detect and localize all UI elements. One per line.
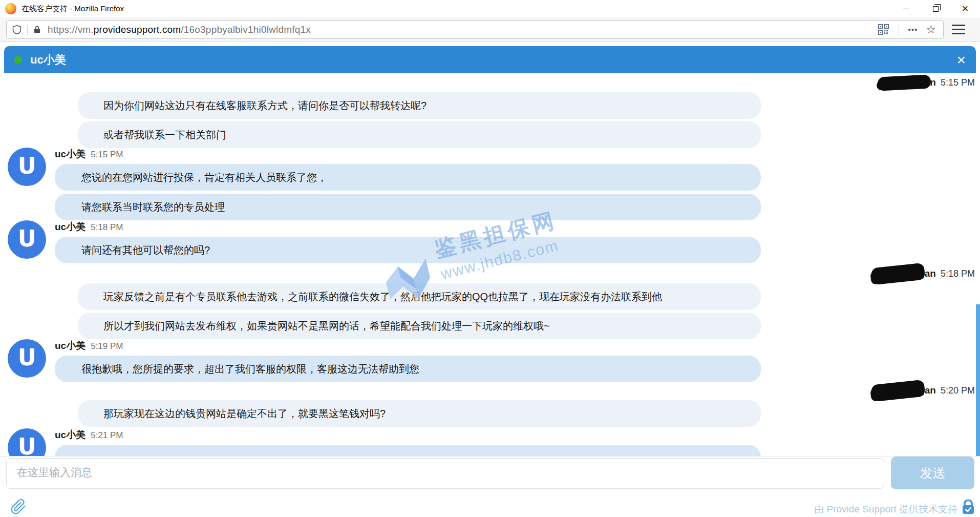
chat-message-group: Uuc小美5:19 PM很抱歉哦，您所提的要求，超出了我们客服的权限，客服这边无… (0, 339, 980, 382)
agent-name: uc小美 (55, 148, 86, 161)
redaction-scribble (871, 262, 926, 285)
message-timestamp: 5:18 PM (91, 222, 123, 233)
powered-by-label: 由 Provide Support 提供技术支持 (814, 503, 957, 516)
message-timestamp: 5:15 PM (91, 150, 123, 160)
shield-icon[interactable] (12, 24, 22, 35)
chat-message-area: an5:15 PM因为你们网站这边只有在线客服联系方式，请问你是否可以帮我转达呢… (0, 73, 980, 456)
online-status-dot (14, 56, 22, 64)
agent-message-bubble (55, 445, 761, 456)
agent-name: uc小美 (55, 220, 86, 234)
visitor-message-bubble: 或者帮我联系一下相关部门 (78, 121, 761, 148)
window-title: 在线客户支持 - Mozilla Firefox (22, 4, 124, 14)
chat-message-group: an5:15 PM因为你们网站这边只有在线客服联系方式，请问你是否可以帮我转达呢… (0, 75, 980, 148)
agent-avatar: U (8, 339, 46, 378)
message-timestamp: 5:18 PM (941, 268, 975, 279)
scrollbar-thumb[interactable] (976, 304, 980, 456)
chat-message-group: gan5:20 PM那玩家现在这边的钱贵网站是确定不出了，就要黑这笔钱对吗? (0, 383, 980, 427)
agent-avatar-letter: U (18, 153, 36, 179)
message-input[interactable] (6, 458, 884, 489)
visitor-message-bubble: 所以才到我们网站去发布维权，如果贵网站不是黑网的话，希望能配合我们处理一下玩家的… (78, 313, 761, 339)
secure-lock-icon (962, 500, 975, 515)
lock-icon[interactable] (33, 25, 41, 35)
agent-meta: uc小美5:19 PM (0, 339, 980, 353)
visitor-meta: gan5:20 PM (0, 383, 980, 398)
qr-code-icon[interactable] (878, 24, 889, 35)
agent-avatar-letter: U (18, 433, 36, 456)
url-bar[interactable]: https://vm.providesupport.com/16o3ppbyal… (6, 20, 944, 39)
url-domain: providesupport.com (94, 24, 181, 35)
agent-message-bubble: 请您联系当时联系您的专员处理 (55, 194, 761, 220)
restore-button[interactable] (921, 0, 950, 17)
message-timestamp: 5:15 PM (941, 77, 975, 88)
chat-message-group: Uuc小美5:15 PM您说的在您网站进行投保，肯定有相关人员联系了您，请您联系… (0, 148, 980, 220)
url-text[interactable]: https://vm.providesupport.com/16o3ppbyal… (48, 24, 878, 35)
minimize-icon (903, 9, 909, 9)
chat-message-group: gan5:18 PM玩家反馈之前是有个专员联系他去游戏，之前联系的微信失效了，然… (0, 266, 980, 339)
window-titlebar: 在线客户支持 - Mozilla Firefox × (0, 0, 980, 17)
redaction-scribble (871, 379, 926, 402)
chat-header: uc小美 × (4, 46, 976, 73)
chat-message-group: Uuc小美5:21 PM (0, 428, 980, 456)
browser-window: 在线客户支持 - Mozilla Firefox × https://vm.pr… (0, 0, 980, 517)
close-icon: × (962, 3, 969, 14)
paperclip-icon[interactable] (10, 499, 27, 515)
divider (899, 25, 899, 35)
agent-avatar-letter: U (18, 225, 36, 252)
visitor-message-bubble: 因为你们网站这边只有在线客服联系方式，请问你是否可以帮我转达呢? (78, 92, 761, 119)
divider (27, 25, 28, 35)
close-window-button[interactable]: × (950, 0, 980, 17)
chat-agent-name: uc小美 (30, 52, 66, 68)
agent-message-bubble: 您说的在您网站进行投保，肯定有相关人员联系了您， (55, 164, 761, 191)
agent-meta: uc小美5:18 PM (0, 220, 980, 234)
browser-toolbar: https://vm.providesupport.com/16o3ppbyal… (0, 17, 980, 42)
agent-avatar: U (8, 148, 46, 186)
restore-icon (933, 6, 939, 12)
url-scheme: https://vm. (48, 24, 94, 35)
agent-meta: uc小美5:21 PM (0, 428, 980, 442)
hamburger-menu-icon[interactable] (952, 25, 965, 34)
message-timestamp: 5:20 PM (941, 385, 975, 396)
minimize-button[interactable] (891, 0, 921, 17)
message-timestamp: 5:21 PM (91, 430, 123, 441)
visitor-message-bubble: 玩家反馈之前是有个专员联系他去游戏，之前联系的微信失效了，然后他把玩家的QQ也拉… (78, 283, 761, 310)
visitor-meta: gan5:18 PM (0, 266, 980, 281)
bookmark-star-icon[interactable]: ☆ (926, 24, 936, 35)
agent-message-bubble: 很抱歉哦，您所提的要求，超出了我们客服的权限，客服这边无法帮助到您 (55, 356, 761, 382)
message-timestamp: 5:19 PM (91, 341, 123, 351)
agent-name: uc小美 (55, 339, 86, 353)
redaction-scribble (877, 74, 931, 91)
visitor-meta: an5:15 PM (0, 75, 980, 90)
page-actions-icon[interactable]: ••• (908, 25, 918, 34)
agent-meta: uc小美5:15 PM (0, 148, 980, 161)
agent-message-bubble: 请问还有其他可以帮您的吗? (55, 237, 761, 263)
url-path: /16o3ppbyalbiv1hi0lwldmfq1x (181, 24, 311, 35)
chat-message-group: Uuc小美5:18 PM请问还有其他可以帮您的吗? (0, 220, 980, 263)
visitor-message-bubble: 那玩家现在这边的钱贵网站是确定不出了，就要黑这笔钱对吗? (78, 400, 761, 427)
send-button[interactable]: 发送 (891, 457, 974, 489)
chat-input-panel: 发送 由 Provide Support 提供技术支持 (0, 456, 980, 517)
firefox-icon (5, 3, 16, 14)
agent-avatar: U (8, 220, 46, 259)
agent-name: uc小美 (55, 428, 86, 442)
chat-close-button[interactable]: × (956, 52, 966, 68)
agent-avatar-letter: U (18, 344, 36, 370)
